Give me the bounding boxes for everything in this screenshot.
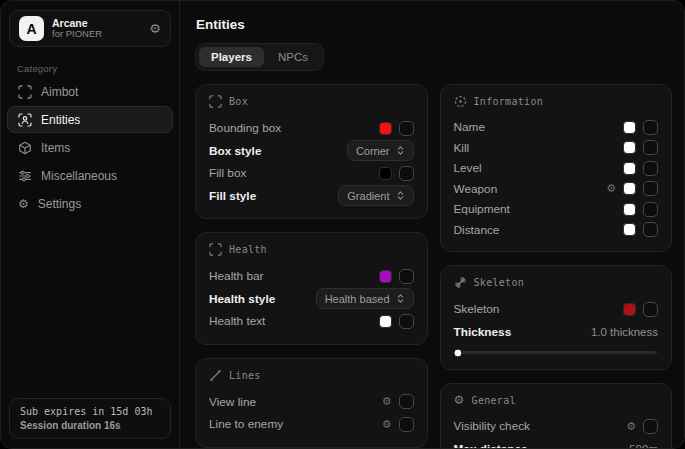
setting-row-max-distance: Max distance 500m xyxy=(454,438,659,449)
setting-row-health-text: Health text xyxy=(209,310,414,333)
checkbox[interactable] xyxy=(643,120,658,135)
tab-players[interactable]: Players xyxy=(199,47,264,67)
app-subtitle: for PIONER xyxy=(52,29,141,40)
main-content: Entities Players NPCs Box Bounding box xyxy=(180,1,684,448)
sidebar-nav: Aimbot Entities Items Miscellaneous ⚙ Se… xyxy=(1,78,179,217)
checkbox[interactable] xyxy=(643,140,658,155)
bone-icon xyxy=(454,276,467,289)
setting-row-equipment: Equipment xyxy=(454,199,659,220)
settings-gear-icon[interactable]: ⚙ xyxy=(149,22,161,35)
card-skeleton: Skeleton Skeleton Thickness 1.0 thicknes… xyxy=(440,265,673,370)
chevron-up-down-icon xyxy=(396,189,405,202)
setting-row-name: Name xyxy=(454,117,659,138)
tab-npcs[interactable]: NPCs xyxy=(266,47,320,67)
sidebar-item-label: Aimbot xyxy=(41,85,78,99)
entity-type-tabs: Players NPCs xyxy=(195,43,324,71)
checkbox[interactable] xyxy=(643,222,658,237)
gear-icon[interactable]: ⚙ xyxy=(382,419,392,430)
card-title: Health xyxy=(229,244,267,255)
slider-thumb[interactable] xyxy=(453,348,462,357)
checkbox[interactable] xyxy=(643,161,658,176)
category-label: Category xyxy=(17,63,179,74)
color-swatch[interactable] xyxy=(623,121,636,134)
sub-expiry-text: Sub expires in 15d 03h xyxy=(20,406,160,417)
gear-icon[interactable]: ⚙ xyxy=(626,421,636,432)
card-general: ⚙ General Visibility check ⚙ Max distanc… xyxy=(440,383,673,449)
card-title: Information xyxy=(474,96,544,107)
app-window: A Arcane for PIONER ⚙ Category Aimbot En… xyxy=(0,0,685,449)
setting-row-distance: Distance xyxy=(454,220,659,241)
sidebar-item-miscellaneous[interactable]: Miscellaneous xyxy=(7,162,173,189)
color-swatch[interactable] xyxy=(379,315,392,328)
checkbox[interactable] xyxy=(399,269,414,284)
gear-icon[interactable]: ⚙ xyxy=(606,183,616,194)
app-logo: A xyxy=(19,16,44,41)
sidebar-item-settings[interactable]: ⚙ Settings xyxy=(7,190,173,217)
card-health: Health Health bar Health style Health ba… xyxy=(195,232,428,345)
sliders-icon xyxy=(18,169,32,183)
subscription-info-card: Sub expires in 15d 03h Session duration … xyxy=(9,398,171,439)
sidebar-item-label: Settings xyxy=(38,197,81,211)
setting-row-health-bar: Health bar xyxy=(209,265,414,288)
setting-row-fill-box: Fill box xyxy=(209,162,414,185)
diagonal-line-icon xyxy=(209,369,222,382)
person-scan-icon xyxy=(18,113,32,127)
chevron-up-down-icon xyxy=(396,144,405,157)
left-column: Box Bounding box Box style Corner xyxy=(195,84,428,449)
checkbox[interactable] xyxy=(399,314,414,329)
checkbox[interactable] xyxy=(399,394,414,409)
checkbox[interactable] xyxy=(399,121,414,136)
setting-row-view-line: View line ⚙ xyxy=(209,391,414,414)
setting-row-skeleton: Skeleton xyxy=(454,298,659,321)
setting-row-weapon: Weapon ⚙ xyxy=(454,179,659,200)
setting-row-level: Level xyxy=(454,158,659,179)
logo-initial: A xyxy=(26,21,36,37)
card-information: Information Name Kill xyxy=(440,84,673,252)
checkbox[interactable] xyxy=(399,417,414,432)
color-swatch[interactable] xyxy=(623,223,636,236)
color-swatch[interactable] xyxy=(623,303,636,316)
sidebar-item-items[interactable]: Items xyxy=(7,134,173,161)
box-style-dropdown[interactable]: Corner xyxy=(347,140,414,161)
gear-icon: ⚙ xyxy=(454,394,465,406)
checkbox[interactable] xyxy=(643,181,658,196)
checkbox[interactable] xyxy=(643,302,658,317)
gear-icon: ⚙ xyxy=(18,198,29,210)
right-column: Information Name Kill xyxy=(440,84,673,449)
card-lines: Lines View line ⚙ Line to enemy ⚙ xyxy=(195,358,428,448)
card-title: General xyxy=(472,395,516,406)
health-style-dropdown[interactable]: Health based xyxy=(316,288,414,309)
color-swatch[interactable] xyxy=(379,270,392,283)
thickness-slider[interactable] xyxy=(455,351,658,354)
color-swatch[interactable] xyxy=(379,167,392,180)
card-box: Box Bounding box Box style Corner xyxy=(195,84,428,219)
page-title: Entities xyxy=(196,17,672,32)
fill-style-dropdown[interactable]: Gradient xyxy=(338,185,413,206)
sidebar-item-label: Entities xyxy=(41,113,80,127)
sidebar-item-entities[interactable]: Entities xyxy=(7,106,173,133)
sidebar-item-aimbot[interactable]: Aimbot xyxy=(7,78,173,105)
checkbox[interactable] xyxy=(643,419,658,434)
color-swatch[interactable] xyxy=(379,122,392,135)
logo-card: A Arcane for PIONER ⚙ xyxy=(9,10,171,47)
color-swatch[interactable] xyxy=(623,203,636,216)
gear-icon[interactable]: ⚙ xyxy=(382,396,392,407)
color-swatch[interactable] xyxy=(623,141,636,154)
setting-row-box-style: Box style Corner xyxy=(209,140,414,163)
scan-brackets-icon xyxy=(209,243,222,256)
checkbox[interactable] xyxy=(399,166,414,181)
setting-row-fill-style: Fill style Gradient xyxy=(209,185,414,208)
chevron-up-down-icon xyxy=(396,292,405,305)
card-title: Skeleton xyxy=(474,277,525,288)
setting-row-visibility-check: Visibility check ⚙ xyxy=(454,415,659,438)
color-swatch[interactable] xyxy=(623,162,636,175)
checkbox[interactable] xyxy=(643,202,658,217)
scan-brackets-icon xyxy=(209,95,222,108)
setting-row-kill: Kill xyxy=(454,138,659,159)
color-swatch[interactable] xyxy=(623,182,636,195)
setting-row-health-style: Health style Health based xyxy=(209,288,414,311)
sidebar-item-label: Miscellaneous xyxy=(41,169,117,183)
setting-row-thickness: Thickness 1.0 thickness xyxy=(454,321,659,344)
radar-icon xyxy=(454,95,467,108)
max-distance-value: 500m xyxy=(629,443,658,449)
